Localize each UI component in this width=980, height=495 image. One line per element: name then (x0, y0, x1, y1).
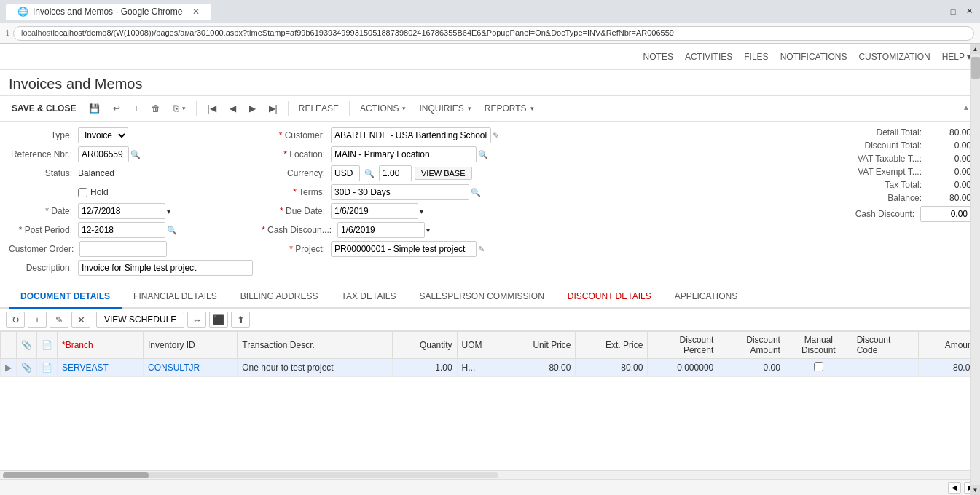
expand-icon[interactable]: ▶ (5, 363, 12, 373)
tabs-bar: DOCUMENT DETAILS FINANCIAL DETAILS BILLI… (0, 285, 980, 309)
grid-add-button[interactable]: + (28, 312, 47, 328)
cash-discount-input[interactable] (337, 222, 425, 238)
tab-applications[interactable]: APPLICATIONS (663, 285, 749, 309)
tab-close-icon[interactable]: ✕ (192, 7, 200, 17)
export-button[interactable]: ⬛ (209, 312, 228, 328)
next-button[interactable]: ▶ (243, 101, 262, 116)
hold-checkbox[interactable] (78, 188, 87, 197)
terms-search-button[interactable]: 🔍 (469, 188, 482, 197)
currency-input[interactable] (331, 165, 360, 181)
cash-discount-dropdown-icon[interactable]: ▾ (426, 226, 430, 234)
customer-input[interactable] (331, 127, 491, 143)
help-nav-item[interactable]: HELP ▾ (942, 52, 971, 62)
row-branch[interactable]: SERVEAST (58, 359, 144, 377)
tab-discount-details[interactable]: DISCOUNT DETAILS (556, 285, 663, 309)
customer-order-input[interactable] (79, 241, 167, 257)
customer-order-row: Customer Order: (9, 241, 253, 257)
tab-tax-details[interactable]: TAX DETAILS (330, 285, 408, 309)
terms-input[interactable] (331, 184, 469, 200)
project-label: Project: (262, 244, 331, 254)
scroll-thumb[interactable] (971, 57, 980, 79)
date-dropdown-icon[interactable]: ▾ (167, 207, 170, 215)
release-button[interactable]: RELEASE (293, 101, 345, 116)
ref-nbr-input[interactable] (78, 146, 129, 162)
delete-button[interactable]: 🗑 (146, 101, 166, 116)
due-date-input[interactable] (331, 203, 418, 219)
tab-billing-address[interactable]: BILLING ADDRESS (229, 285, 330, 309)
view-base-button[interactable]: VIEW BASE (415, 167, 472, 180)
fit-columns-button[interactable]: ↔ (187, 312, 206, 328)
grid-edit-button[interactable]: ✎ (50, 312, 68, 328)
close-button[interactable]: ✕ (964, 7, 974, 17)
project-input[interactable] (331, 241, 477, 257)
terms-row: Terms: 🔍 (262, 184, 509, 200)
currency-rate-input[interactable] (379, 165, 412, 181)
last-button[interactable]: ▶| (263, 101, 283, 116)
refresh-button[interactable]: ↻ (6, 312, 25, 328)
hold-label: Hold (90, 187, 109, 197)
notifications-nav-item[interactable]: NOTIFICATIONS (780, 52, 847, 62)
notes-nav-item[interactable]: NOTES (643, 52, 673, 62)
url-input[interactable]: localhostlocalhost/demo8/(W(10008))/page… (13, 26, 974, 41)
save-close-button[interactable]: SAVE & CLOSE (6, 101, 82, 116)
inquiries-button[interactable]: INQUIRIES (413, 101, 477, 116)
maximize-button[interactable]: □ (948, 7, 958, 17)
description-input[interactable] (78, 260, 253, 276)
scroll-up-button[interactable]: ▲ (971, 44, 981, 54)
customer-wrap: ✎ (331, 127, 501, 143)
post-period-input[interactable] (78, 222, 165, 238)
row-manual-discount[interactable] (785, 359, 852, 377)
post-period-wrap: 🔍 (78, 222, 179, 238)
date-input[interactable] (78, 203, 165, 219)
page-prev-button[interactable]: ◀ (948, 482, 961, 494)
tab-salesperson-commission[interactable]: SALESPERSON COMMISSION (407, 285, 555, 309)
inventory-id-link[interactable]: CONSULTJR (148, 363, 200, 373)
cash-discount-total-input[interactable] (920, 206, 971, 222)
prev-button[interactable]: ◀ (224, 101, 242, 116)
horizontal-scrollbar-thumb[interactable] (3, 472, 149, 478)
scroll-down-button[interactable]: ▼ (971, 485, 981, 495)
detail-total-label: Detail Total: (834, 127, 922, 138)
horizontal-scrollbar[interactable] (3, 472, 498, 478)
minimize-button[interactable]: ─ (932, 7, 942, 17)
add-button[interactable]: + (128, 101, 144, 116)
save-icon-button[interactable]: 💾 (83, 101, 106, 116)
files-nav-item[interactable]: FILES (744, 52, 768, 62)
scroll-track[interactable] (971, 54, 981, 485)
balance-value: 80.00 (928, 193, 971, 203)
location-search-button[interactable]: 🔍 (477, 150, 490, 159)
row-expand[interactable]: ▶ (1, 359, 17, 377)
vat-taxable-row: VAT Taxable T...: 0.00 (518, 154, 971, 164)
activities-nav-item[interactable]: ACTIVITIES (685, 52, 732, 62)
customer-edit-button[interactable]: ✎ (491, 131, 501, 140)
detail-total-row: Detail Total: 80.00 (518, 127, 971, 138)
due-date-dropdown-icon[interactable]: ▾ (420, 207, 423, 215)
branch-link[interactable]: SERVEAST (62, 363, 109, 373)
location-input[interactable] (331, 146, 477, 162)
row-file[interactable]: 📄 (37, 359, 58, 377)
vertical-scrollbar[interactable]: ▲ ▼ (970, 44, 980, 495)
tab-document-details[interactable]: DOCUMENT DETAILS (9, 285, 122, 309)
scroll-up-arrow[interactable]: ▲ (963, 103, 970, 111)
project-edit-button[interactable]: ✎ (477, 245, 486, 254)
reports-button[interactable]: REPORTS (479, 101, 540, 116)
post-period-search-button[interactable]: 🔍 (165, 226, 179, 235)
import-button[interactable]: ⬆ (231, 312, 250, 328)
row-inventory-id[interactable]: CONSULTJR (144, 359, 238, 377)
actions-button[interactable]: ACTIONS (354, 101, 412, 116)
row-transaction-descr[interactable]: One hour to test project (238, 359, 393, 377)
undo-button[interactable]: ↩ (107, 101, 126, 116)
grid-delete-button[interactable]: ✕ (71, 312, 90, 328)
row-attach[interactable]: 📎 (17, 359, 37, 377)
currency-search-button[interactable]: 🔍 (363, 169, 376, 178)
copy-button[interactable]: ⎘ (168, 101, 192, 116)
customization-nav-item[interactable]: CUSTOMIZATION (858, 52, 930, 62)
manual-discount-checkbox[interactable] (814, 362, 823, 371)
type-select[interactable]: Invoice (78, 127, 128, 143)
tax-total-row: Tax Total: 0.00 (518, 180, 971, 190)
view-schedule-button[interactable]: VIEW SCHEDULE (96, 312, 184, 328)
first-button[interactable]: |◀ (201, 101, 222, 116)
tab-financial-details[interactable]: FINANCIAL DETAILS (122, 285, 229, 309)
ref-nbr-search-button[interactable]: 🔍 (129, 150, 142, 159)
document-details-grid: 📎 📄 *Branch Inventory ID Transaction Des… (0, 331, 980, 377)
